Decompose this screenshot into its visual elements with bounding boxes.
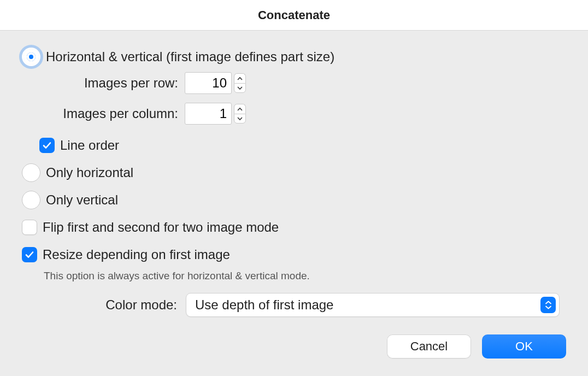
radio-only-horizontal[interactable]: [22, 163, 40, 182]
images-per-row-step-up[interactable]: [234, 73, 246, 83]
color-mode-label: Color mode:: [22, 297, 186, 313]
line-order-option[interactable]: Line order: [22, 133, 566, 157]
dialog-title: Concatenate: [0, 0, 588, 31]
radio-only-horizontal-label: Only horizontal: [46, 165, 133, 180]
images-per-row-stepper: [234, 73, 246, 93]
images-per-column-step-up[interactable]: [234, 104, 246, 114]
images-per-column-stepper: [234, 104, 246, 124]
resize-first-label: Resize depending on first image: [43, 247, 230, 262]
flip-first-second-label: Flip first and second for two image mode: [43, 220, 279, 235]
resize-first-option[interactable]: Resize depending on first image: [22, 243, 566, 267]
images-per-row-step-down[interactable]: [234, 83, 246, 93]
line-order-label: Line order: [60, 138, 119, 153]
images-per-column-field: Images per column:: [22, 103, 566, 125]
ok-button-label: OK: [515, 339, 533, 354]
color-mode-select[interactable]: Use depth of first image: [186, 293, 560, 317]
layout-option-only-horizontal[interactable]: Only horizontal: [22, 161, 566, 185]
chevron-down-icon: [237, 86, 243, 90]
color-mode-value: Use depth of first image: [195, 297, 540, 313]
check-icon: [25, 250, 34, 260]
cancel-button-label: Cancel: [410, 339, 448, 354]
radio-horizontal-vertical-label: Horizontal & vertical (first image defin…: [46, 49, 334, 64]
line-order-checkbox[interactable]: [39, 138, 55, 153]
images-per-row-input[interactable]: [185, 72, 232, 94]
images-per-column-step-down[interactable]: [234, 114, 246, 124]
cancel-button[interactable]: Cancel: [387, 334, 471, 359]
dialog-window: Concatenate Horizontal & vertical (first…: [0, 0, 588, 376]
dialog-content: Horizontal & vertical (first image defin…: [0, 31, 588, 334]
dialog-title-text: Concatenate: [258, 8, 330, 22]
flip-first-second-checkbox[interactable]: [22, 220, 37, 235]
images-per-column-label: Images per column:: [22, 106, 185, 121]
chevron-up-icon: [237, 77, 243, 81]
images-per-row-field: Images per row:: [22, 72, 566, 94]
images-per-column-input[interactable]: [185, 103, 232, 125]
chevron-up-icon: [237, 107, 243, 111]
color-mode-row: Color mode: Use depth of first image: [22, 293, 566, 317]
flip-first-second-option[interactable]: Flip first and second for two image mode: [22, 215, 566, 239]
layout-option-horizontal-vertical[interactable]: Horizontal & vertical (first image defin…: [22, 45, 566, 69]
radio-only-vertical[interactable]: [22, 191, 40, 209]
dialog-footer: Cancel OK: [0, 334, 588, 376]
images-per-row-label: Images per row:: [22, 75, 185, 91]
radio-only-vertical-label: Only vertical: [46, 192, 118, 208]
ok-button[interactable]: OK: [482, 334, 566, 359]
updown-icon: [540, 297, 556, 313]
resize-first-hint: This option is always active for horizon…: [22, 270, 566, 282]
chevron-down-icon: [237, 116, 243, 121]
radio-horizontal-vertical[interactable]: [22, 48, 40, 66]
resize-first-checkbox[interactable]: [22, 247, 37, 262]
check-icon: [42, 140, 52, 150]
layout-option-only-vertical[interactable]: Only vertical: [22, 188, 566, 212]
